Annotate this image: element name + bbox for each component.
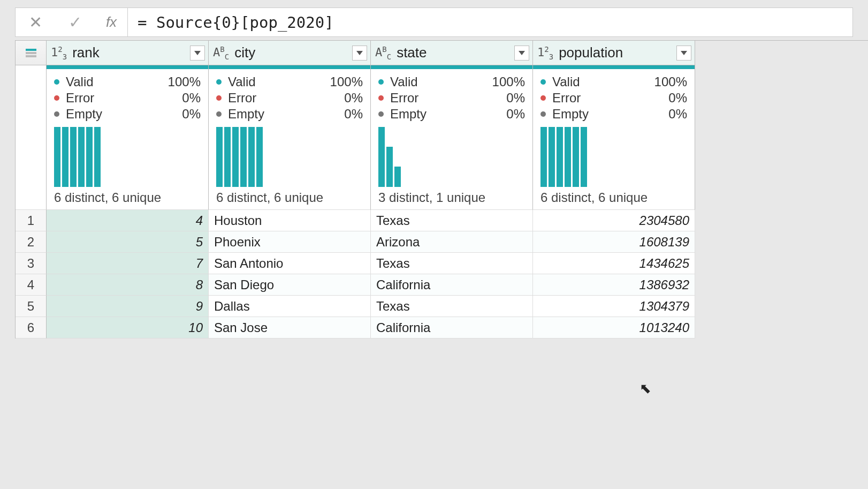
empty-stat: Empty0% <box>540 107 687 122</box>
column-profile: Valid100%Error0%Empty0%6 distinct, 6 uni… <box>533 69 695 210</box>
cell-state[interactable]: California <box>371 317 533 338</box>
cell-population[interactable]: 2304580 <box>533 210 695 231</box>
distribution-histogram <box>378 127 525 187</box>
cancel-button[interactable]: ✕ <box>16 8 56 36</box>
filter-dropdown-button[interactable] <box>676 46 691 61</box>
datatype-icon[interactable]: 123 <box>51 45 67 61</box>
formula-bar: ✕ ✓ fx <box>15 7 853 37</box>
column-name-label: state <box>397 44 514 61</box>
valid-stat: Valid100% <box>378 74 525 89</box>
cell-state[interactable]: Texas <box>371 253 533 274</box>
cell-rank[interactable]: 7 <box>47 253 209 274</box>
error-stat: Error0% <box>216 91 363 106</box>
table-row[interactable]: 14HoustonTexas2304580 <box>16 210 868 231</box>
cursor-icon: ⬉ <box>639 380 651 397</box>
quality-strip <box>16 65 868 69</box>
distinct-summary: 6 distinct, 6 unique <box>54 190 201 205</box>
datatype-icon[interactable]: ABC <box>213 45 229 61</box>
svg-rect-0 <box>26 49 36 51</box>
svg-marker-4 <box>356 51 363 55</box>
table-row[interactable]: 59DallasTexas1304379 <box>16 296 868 317</box>
column-profile-row: Valid100%Error0%Empty0%6 distinct, 6 uni… <box>16 69 868 210</box>
column-header-state[interactable]: ABCstate <box>371 41 533 65</box>
cell-population[interactable]: 1434625 <box>533 253 695 274</box>
svg-rect-1 <box>26 52 36 54</box>
cell-population[interactable]: 1013240 <box>533 317 695 338</box>
cell-state[interactable]: Texas <box>371 210 533 231</box>
column-header-population[interactable]: 123population <box>533 41 695 65</box>
cell-rank[interactable]: 8 <box>47 274 209 296</box>
cell-rank[interactable]: 5 <box>47 231 209 253</box>
distribution-histogram <box>216 127 363 187</box>
filter-dropdown-button[interactable] <box>190 46 205 61</box>
data-grid: 123rankABCcityABCstate123population Vali… <box>15 40 868 338</box>
column-profile: Valid100%Error0%Empty0%6 distinct, 6 uni… <box>209 69 371 210</box>
datatype-icon[interactable]: ABC <box>375 45 391 61</box>
fx-label: fx <box>95 14 127 31</box>
select-all-corner[interactable] <box>16 41 47 65</box>
distribution-histogram <box>54 127 201 187</box>
commit-button[interactable]: ✓ <box>56 8 96 36</box>
distinct-summary: 6 distinct, 6 unique <box>540 190 687 205</box>
row-number[interactable]: 5 <box>16 296 47 317</box>
svg-rect-2 <box>26 55 36 57</box>
quality-bar <box>47 65 209 69</box>
filter-dropdown-button[interactable] <box>514 46 529 61</box>
cell-city[interactable]: Houston <box>209 210 371 231</box>
cell-rank[interactable]: 4 <box>47 210 209 231</box>
datatype-icon[interactable]: 123 <box>537 45 553 61</box>
cell-state[interactable]: California <box>371 274 533 296</box>
formula-controls: ✕ ✓ fx <box>16 8 128 36</box>
column-name-label: rank <box>72 44 190 61</box>
cell-city[interactable]: Phoenix <box>209 231 371 253</box>
column-header-city[interactable]: ABCcity <box>209 41 371 65</box>
cell-city[interactable]: San Jose <box>209 317 371 338</box>
valid-stat: Valid100% <box>540 74 687 89</box>
error-stat: Error0% <box>378 91 525 106</box>
cell-state[interactable]: Arizona <box>371 231 533 253</box>
cell-population[interactable]: 1304379 <box>533 296 695 317</box>
error-stat: Error0% <box>54 91 201 106</box>
empty-stat: Empty0% <box>54 107 201 122</box>
row-number[interactable]: 3 <box>16 253 47 274</box>
table-row[interactable]: 48San DiegoCalifornia1386932 <box>16 274 868 296</box>
quality-bar <box>209 65 371 69</box>
quality-bar <box>371 65 533 69</box>
cell-population[interactable]: 1386932 <box>533 274 695 296</box>
svg-marker-3 <box>194 51 201 55</box>
column-name-label: population <box>559 44 676 61</box>
cell-state[interactable]: Texas <box>371 296 533 317</box>
cell-city[interactable]: San Antonio <box>209 253 371 274</box>
row-number[interactable]: 6 <box>16 317 47 338</box>
table-row[interactable]: 610San JoseCalifornia1013240 <box>16 317 868 338</box>
formula-input[interactable] <box>128 8 852 36</box>
error-stat: Error0% <box>540 91 687 106</box>
cell-rank[interactable]: 10 <box>47 317 209 338</box>
cell-rank[interactable]: 9 <box>47 296 209 317</box>
table-row[interactable]: 25PhoenixArizona1608139 <box>16 231 868 253</box>
valid-stat: Valid100% <box>54 74 201 89</box>
quality-bar <box>533 65 695 69</box>
cell-population[interactable]: 1608139 <box>533 231 695 253</box>
distinct-summary: 3 distinct, 1 unique <box>378 190 525 205</box>
column-header-rank[interactable]: 123rank <box>47 41 209 65</box>
row-number[interactable]: 2 <box>16 231 47 253</box>
empty-stat: Empty0% <box>378 107 525 122</box>
valid-stat: Valid100% <box>216 74 363 89</box>
cell-city[interactable]: Dallas <box>209 296 371 317</box>
filter-dropdown-button[interactable] <box>352 46 367 61</box>
distribution-histogram <box>540 127 687 187</box>
column-profile: Valid100%Error0%Empty0%3 distinct, 1 uni… <box>371 69 533 210</box>
empty-stat: Empty0% <box>216 107 363 122</box>
row-number[interactable]: 4 <box>16 274 47 296</box>
column-header-row: 123rankABCcityABCstate123population <box>16 41 868 65</box>
column-profile: Valid100%Error0%Empty0%6 distinct, 6 uni… <box>47 69 209 210</box>
table-row[interactable]: 37San AntonioTexas1434625 <box>16 253 868 274</box>
svg-marker-5 <box>519 51 525 55</box>
cell-city[interactable]: San Diego <box>209 274 371 296</box>
svg-marker-6 <box>681 51 687 55</box>
distinct-summary: 6 distinct, 6 unique <box>216 190 363 205</box>
row-number[interactable]: 1 <box>16 210 47 231</box>
column-name-label: city <box>234 44 352 61</box>
